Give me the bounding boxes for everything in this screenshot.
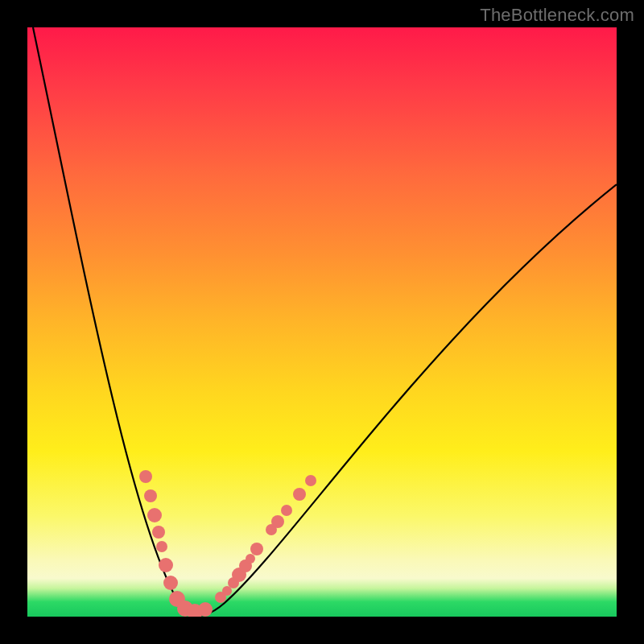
bottleneck-curve	[33, 27, 617, 615]
plot-area	[27, 27, 617, 617]
curve-marker	[281, 505, 292, 516]
curve-marker	[250, 543, 263, 555]
curve-marker	[156, 541, 167, 552]
curve-marker	[293, 488, 306, 501]
curve-marker	[246, 554, 255, 564]
curve-marker	[144, 489, 157, 502]
watermark-text: TheBottleneck.com	[480, 5, 634, 26]
chart-frame: TheBottleneck.com	[0, 0, 644, 644]
curve-marker	[305, 475, 316, 486]
curve-marker	[271, 515, 284, 528]
curve-marker	[152, 526, 165, 539]
curve-marker	[159, 558, 173, 572]
curve-markers	[139, 470, 316, 617]
curve-marker	[139, 470, 152, 483]
curve-marker	[147, 508, 162, 522]
curve-marker	[198, 602, 213, 617]
curve-marker	[163, 576, 178, 590]
bottleneck-curve-svg	[27, 27, 617, 617]
